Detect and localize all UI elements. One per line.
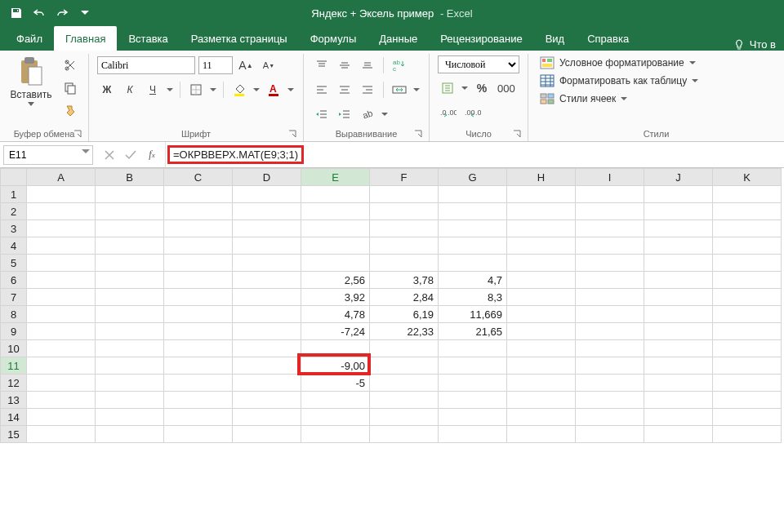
cell-G4[interactable] xyxy=(439,237,507,255)
cell-H11[interactable] xyxy=(507,357,576,375)
cell-E3[interactable] xyxy=(301,220,370,237)
cell-A1[interactable] xyxy=(27,186,96,203)
row-header-12[interactable]: 12 xyxy=(1,375,27,392)
align-top-button[interactable] xyxy=(312,55,332,75)
cell-G9[interactable]: 21,65 xyxy=(439,323,507,340)
cell-G3[interactable] xyxy=(439,220,507,237)
name-box[interactable]: E11 xyxy=(3,145,93,165)
cell-D13[interactable] xyxy=(233,392,301,409)
cell-B8[interactable] xyxy=(96,306,164,323)
cell-C5[interactable] xyxy=(164,255,233,272)
cell-G8[interactable]: 11,669 xyxy=(439,306,507,323)
wrap-text-button[interactable]: abc xyxy=(390,55,409,75)
cell-J10[interactable] xyxy=(644,340,713,357)
redo-button[interactable] xyxy=(51,2,74,24)
cell-G7[interactable]: 8,3 xyxy=(439,289,507,306)
col-header-C[interactable]: C xyxy=(164,169,233,186)
cell-C12[interactable] xyxy=(164,375,233,392)
cell-B10[interactable] xyxy=(96,340,164,357)
font-name-combo[interactable] xyxy=(97,56,195,74)
col-header-D[interactable]: D xyxy=(233,169,301,186)
cell-K3[interactable] xyxy=(713,220,782,237)
cell-B3[interactable] xyxy=(96,220,164,237)
cell-F13[interactable] xyxy=(370,392,439,409)
cell-F11[interactable] xyxy=(370,357,439,375)
comma-style-button[interactable]: 000 xyxy=(495,78,518,98)
tab-insert[interactable]: Вставка xyxy=(117,26,179,51)
qat-customize[interactable] xyxy=(74,2,96,24)
row-header-4[interactable]: 4 xyxy=(1,237,27,255)
tab-help[interactable]: Справка xyxy=(576,26,640,51)
row-header-5[interactable]: 5 xyxy=(1,255,27,272)
cell-F8[interactable]: 6,19 xyxy=(370,306,439,323)
cell-C9[interactable] xyxy=(164,323,233,340)
font-color-button[interactable]: А xyxy=(264,80,283,100)
align-center-button[interactable] xyxy=(335,80,354,100)
cell-E15[interactable] xyxy=(301,426,370,443)
cell-I11[interactable] xyxy=(576,357,644,375)
cell-I1[interactable] xyxy=(576,186,644,203)
insert-function-button[interactable]: fx xyxy=(142,145,162,165)
conditional-formatting-button[interactable]: Условное форматирование xyxy=(537,55,702,70)
cell-D9[interactable] xyxy=(233,323,301,340)
cell-G12[interactable] xyxy=(439,375,507,392)
cell-I2[interactable] xyxy=(576,203,644,220)
col-header-B[interactable]: B xyxy=(96,169,164,186)
col-header-F[interactable]: F xyxy=(370,169,439,186)
bold-button[interactable]: Ж xyxy=(97,80,117,100)
fill-more[interactable] xyxy=(252,88,261,92)
cell-C13[interactable] xyxy=(164,392,233,409)
cell-K9[interactable] xyxy=(713,323,782,340)
cell-D4[interactable] xyxy=(233,237,301,255)
cell-J5[interactable] xyxy=(644,255,713,272)
increase-font-button[interactable]: A▲ xyxy=(236,55,256,75)
col-header-H[interactable]: H xyxy=(507,169,576,186)
cell-H3[interactable] xyxy=(507,220,576,237)
cell-F6[interactable]: 3,78 xyxy=(370,272,439,289)
cell-J12[interactable] xyxy=(644,375,713,392)
cell-G6[interactable]: 4,7 xyxy=(439,272,507,289)
cell-K15[interactable] xyxy=(713,426,782,443)
cell-K5[interactable] xyxy=(713,255,782,272)
cell-C2[interactable] xyxy=(164,203,233,220)
cell-H2[interactable] xyxy=(507,203,576,220)
cell-K2[interactable] xyxy=(713,203,782,220)
cell-G15[interactable] xyxy=(439,426,507,443)
cell-H10[interactable] xyxy=(507,340,576,357)
enter-formula-button[interactable] xyxy=(121,145,140,165)
cell-J14[interactable] xyxy=(644,409,713,426)
cell-J6[interactable] xyxy=(644,272,713,289)
cell-K14[interactable] xyxy=(713,409,782,426)
cell-I3[interactable] xyxy=(576,220,644,237)
tab-view[interactable]: Вид xyxy=(534,26,577,51)
cell-C15[interactable] xyxy=(164,426,233,443)
cell-I7[interactable] xyxy=(576,289,644,306)
cell-D14[interactable] xyxy=(233,409,301,426)
cell-C10[interactable] xyxy=(164,340,233,357)
cell-E11[interactable]: -9,00 xyxy=(301,357,370,375)
select-all-corner[interactable] xyxy=(1,169,27,186)
row-header-8[interactable]: 8 xyxy=(1,306,27,323)
cell-I8[interactable] xyxy=(576,306,644,323)
cell-F5[interactable] xyxy=(370,255,439,272)
cell-J1[interactable] xyxy=(644,186,713,203)
cell-F14[interactable] xyxy=(370,409,439,426)
cell-K11[interactable] xyxy=(713,357,782,375)
fill-color-button[interactable] xyxy=(229,80,249,100)
cell-E13[interactable] xyxy=(301,392,370,409)
dialog-launcher[interactable] xyxy=(412,128,424,140)
cell-E7[interactable]: 3,92 xyxy=(301,289,370,306)
cell-B2[interactable] xyxy=(96,203,164,220)
tab-formulas[interactable]: Формулы xyxy=(299,26,368,51)
namebox-dropdown[interactable] xyxy=(82,149,90,155)
cell-E5[interactable] xyxy=(301,255,370,272)
cell-H5[interactable] xyxy=(507,255,576,272)
cell-D3[interactable] xyxy=(233,220,301,237)
cell-D1[interactable] xyxy=(233,186,301,203)
cell-I9[interactable] xyxy=(576,323,644,340)
cell-C11[interactable] xyxy=(164,357,233,375)
copy-button[interactable] xyxy=(60,78,80,98)
cell-A12[interactable] xyxy=(27,375,96,392)
cell-A3[interactable] xyxy=(27,220,96,237)
row-header-1[interactable]: 1 xyxy=(1,186,27,203)
